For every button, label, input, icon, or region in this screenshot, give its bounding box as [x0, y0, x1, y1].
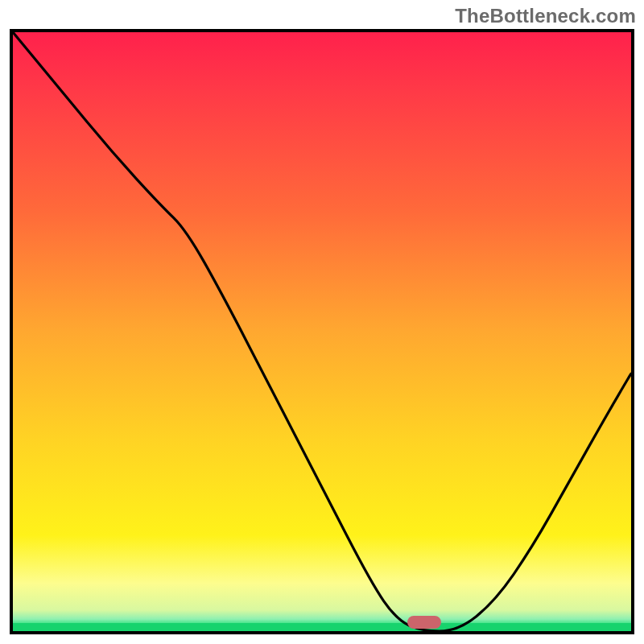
watermark-text: TheBottleneck.com — [455, 5, 636, 27]
plot-frame — [10, 29, 634, 634]
chart-stage: TheBottleneck.com — [0, 0, 644, 644]
baseline-marker-pill — [407, 616, 441, 629]
bottleneck-curve-path — [13, 32, 631, 631]
bottleneck-curve — [13, 32, 631, 631]
